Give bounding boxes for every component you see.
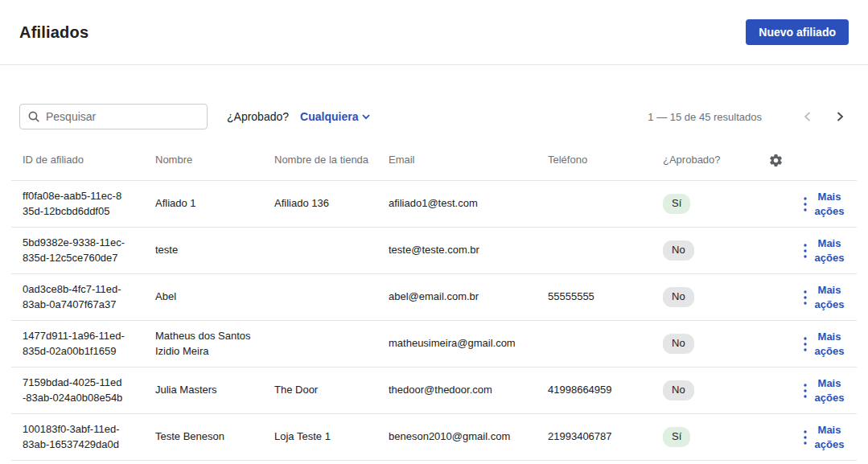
table-row: 100183f0-3abf-11ed-83ab-16537429da0d Tes… <box>11 414 857 461</box>
cell-name: Julia Masters <box>155 376 274 404</box>
more-actions-label: Mais ações <box>812 236 847 265</box>
cell-name: Abel <box>155 283 274 311</box>
cell-phone: 21993406787 <box>548 423 663 451</box>
next-page-button[interactable] <box>831 108 849 125</box>
approved-badge: No <box>663 240 694 261</box>
table-row: 5bd9382e-9338-11ec-835d-12c5ce760de7 tes… <box>11 228 857 274</box>
previous-page-button[interactable] <box>799 108 817 125</box>
new-affiliate-button[interactable]: Nuevo afiliado <box>746 19 849 45</box>
kebab-icon <box>804 430 807 445</box>
cell-phone <box>548 198 663 211</box>
search-icon <box>27 110 40 123</box>
filter-row: ¿Aprobado? Cualquiera 1 — 15 de 45 resul… <box>19 104 849 129</box>
affiliates-panel: ¿Aprobado? Cualquiera 1 — 15 de 45 resul… <box>11 104 857 461</box>
cell-phone: 41998664959 <box>548 376 663 404</box>
more-actions-button[interactable]: Mais ações <box>804 330 847 358</box>
more-actions-label: Mais ações <box>812 423 847 451</box>
chevron-left-icon <box>802 111 813 122</box>
more-actions-button[interactable]: Mais ações <box>804 376 847 404</box>
table-row: 0ad3ce8b-4fc7-11ed-83ab-0a7407f67a37 Abe… <box>11 274 857 321</box>
kebab-icon <box>804 197 807 211</box>
more-actions-label: Mais ações <box>812 190 847 218</box>
cell-email: thedoor@thedoor.com <box>389 376 548 404</box>
more-actions-button[interactable]: Mais ações <box>804 190 847 218</box>
more-actions-label: Mais ações <box>812 283 847 311</box>
cell-store-name <box>274 244 389 257</box>
column-header-id: ID de afiliado <box>11 146 155 175</box>
gear-icon <box>768 153 784 168</box>
cell-affiliate-id: 0ad3ce8b-4fc7-11ed-83ab-0a7407f67a37 <box>11 276 144 319</box>
chevron-down-icon <box>361 112 371 121</box>
column-header-name: Nombre <box>155 146 274 175</box>
cell-store-name: Loja Teste 1 <box>274 423 389 451</box>
cell-email: teste@teste.com.br <box>389 236 548 265</box>
search-box <box>19 104 208 129</box>
table-row: ff0fa08e-aab5-11ec-835d-12bcbd6ddf05 Afl… <box>11 181 857 228</box>
cell-phone: 55555555 <box>548 283 663 311</box>
approved-badge: No <box>663 334 694 354</box>
cell-email: matheusimeira@gmail.com <box>389 330 548 358</box>
cell-name: teste <box>155 236 274 265</box>
search-input[interactable] <box>19 104 208 129</box>
cell-email: abel@email.com.br <box>389 283 548 311</box>
cell-affiliate-id: 100183f0-3abf-11ed-83ab-16537429da0d <box>11 416 144 459</box>
cell-name: Teste Beneson <box>155 423 274 451</box>
column-header-approved: ¿Aprobado? <box>663 146 757 175</box>
approved-filter-dropdown[interactable]: Cualquiera <box>300 110 371 123</box>
pagination: 1 — 15 de 45 resultados <box>648 108 849 125</box>
cell-email: afiliado1@test.com <box>389 190 548 218</box>
column-header-phone: Teléfono <box>548 146 663 175</box>
approved-filter-label: ¿Aprobado? <box>227 110 289 123</box>
approved-badge: No <box>663 287 694 307</box>
kebab-icon <box>804 384 807 398</box>
page-header: Afiliados Nuevo afiliado <box>0 0 868 65</box>
more-actions-button[interactable]: Mais ações <box>804 423 847 451</box>
approved-badge: Sí <box>663 427 690 447</box>
kebab-icon <box>804 337 807 351</box>
cell-store-name: Afiliado 136 <box>274 190 389 218</box>
chevron-right-icon <box>834 111 845 122</box>
more-actions-button[interactable]: Mais ações <box>804 283 847 311</box>
cell-phone <box>548 338 663 351</box>
cell-name: Afliado 1 <box>155 190 274 218</box>
approved-badge: Sí <box>663 194 690 214</box>
table-row: 1477d911-1a96-11ed-835d-02a00b1f1659 Mat… <box>11 321 857 368</box>
approved-badge: No <box>663 380 694 400</box>
cell-affiliate-id: ff0fa08e-aab5-11ec-835d-12bcbd6ddf05 <box>11 183 144 226</box>
cell-store-name <box>274 291 389 304</box>
cell-phone <box>548 244 663 257</box>
column-header-email: Email <box>389 146 548 175</box>
more-actions-label: Mais ações <box>812 376 847 404</box>
column-settings-button[interactable] <box>767 151 785 170</box>
column-header-store: Nombre de la tienda <box>274 146 389 175</box>
table-body: ff0fa08e-aab5-11ec-835d-12bcbd6ddf05 Afl… <box>11 181 857 461</box>
cell-email: beneson2010@gmail.com <box>389 423 548 451</box>
cell-name: Matheus dos Santos Izidio Meira <box>155 322 274 366</box>
approved-filter-value: Cualquiera <box>300 110 358 123</box>
table-header-row: ID de afiliado Nombre Nombre de la tiend… <box>11 141 857 181</box>
table-row: 7159bdad-4025-11ed-83ab-024a0b08e54b Jul… <box>11 368 857 414</box>
approved-filter: ¿Aprobado? Cualquiera <box>227 110 371 123</box>
cell-store-name: The Door <box>274 376 389 404</box>
cell-store-name <box>274 338 389 351</box>
more-actions-label: Mais ações <box>812 330 847 358</box>
pagination-summary: 1 — 15 de 45 resultados <box>648 111 762 123</box>
cell-affiliate-id: 1477d911-1a96-11ed-835d-02a00b1f1659 <box>11 322 144 366</box>
more-actions-button[interactable]: Mais ações <box>804 236 847 265</box>
kebab-icon <box>804 290 807 305</box>
cell-affiliate-id: 7159bdad-4025-11ed-83ab-024a0b08e54b <box>11 369 144 413</box>
cell-affiliate-id: 5bd9382e-9338-11ec-835d-12c5ce760de7 <box>11 229 144 273</box>
kebab-icon <box>804 244 807 258</box>
page-title: Afiliados <box>19 23 88 42</box>
